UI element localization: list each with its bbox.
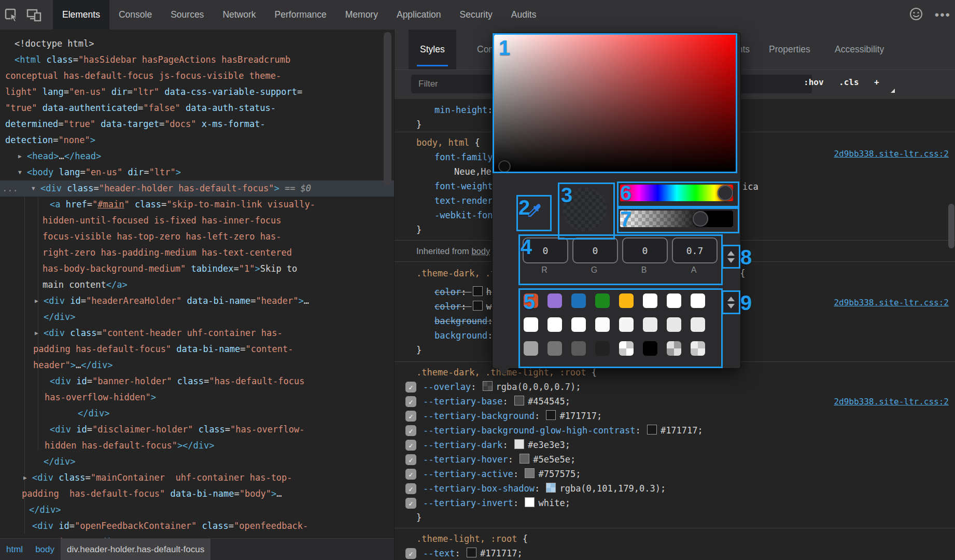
dom-line[interactable]: hidden has-default-focus"></div> — [0, 438, 394, 454]
property-enabled-checkbox[interactable]: ✓ — [405, 483, 416, 494]
saturation-knob[interactable] — [498, 160, 511, 173]
devtools-tab-security[interactable]: Security — [451, 0, 502, 30]
palette-swatch[interactable] — [691, 293, 705, 308]
dom-line[interactable]: header">…</div> — [0, 357, 394, 373]
color-value-swatch[interactable] — [483, 381, 493, 391]
hue-slider[interactable] — [620, 185, 733, 201]
expand-arrow-icon[interactable]: ▶ — [35, 293, 38, 309]
dom-line[interactable]: ▶<div class="content-header uhf-containe… — [0, 325, 394, 341]
css-declaration-row[interactable]: ✓--tertiary-background-glow-high-contras… — [395, 423, 955, 438]
dom-line[interactable]: <div id="disclaimer-holder" class="has-o… — [0, 422, 394, 438]
alpha-knob[interactable] — [693, 211, 708, 227]
devtools-tab-sources[interactable]: Sources — [161, 0, 213, 30]
property-enabled-checkbox[interactable]: ✓ — [405, 454, 416, 465]
dom-line[interactable]: "true" data-authenticated="false" data-a… — [0, 100, 394, 116]
palette-swatch[interactable] — [643, 317, 657, 332]
dom-line[interactable]: has-body-background-medium" tabindex="1"… — [0, 261, 394, 277]
styles-toolbar-button-cls[interactable]: .cls — [839, 77, 859, 87]
dom-line[interactable]: <div id="banner-holder" class="has-defau… — [0, 373, 394, 389]
palette-swatch[interactable] — [595, 317, 610, 332]
more-options-icon[interactable]: ••• — [935, 8, 951, 22]
dom-line[interactable]: focus-visible has-top-zero has-left-zero… — [0, 229, 394, 245]
dom-line[interactable]: </div> — [0, 309, 394, 325]
palette-spinner[interactable] — [722, 290, 740, 314]
palette-swatch[interactable] — [524, 341, 538, 356]
dom-line[interactable]: right-zero has-padding-medium has-text-c… — [0, 245, 394, 261]
palette-swatch[interactable] — [547, 317, 562, 332]
color-value-swatch[interactable] — [525, 497, 535, 507]
rgba-input-g[interactable]: 0 — [572, 237, 618, 263]
dom-line[interactable]: ▶<div id="headerAreaHolder" data-bi-name… — [0, 293, 394, 309]
breadcrumb-item-selected[interactable]: div.header-holder.has-default-focus — [61, 539, 210, 560]
color-value-swatch[interactable] — [473, 301, 483, 311]
styles-toolbar-button-[interactable]: + — [874, 77, 879, 87]
palette-swatch[interactable] — [547, 341, 562, 356]
css-declaration-row[interactable]: ✓--tertiary-dark: #e3e3e3; — [395, 438, 955, 452]
expand-arrow-icon[interactable]: ▶ — [18, 148, 22, 164]
devtools-tab-performance[interactable]: Performance — [265, 0, 336, 30]
palette-swatch[interactable] — [643, 293, 657, 308]
palette-swatch[interactable] — [595, 341, 610, 356]
dom-line[interactable]: light" lang="en-us" dir="ltr" data-css-v… — [0, 84, 394, 100]
device-toolbar-icon[interactable] — [23, 0, 46, 30]
dom-line[interactable]: padding has-default-focus" data-bi-name=… — [0, 341, 394, 357]
color-value-swatch[interactable] — [514, 439, 524, 449]
property-enabled-checkbox[interactable]: ✓ — [405, 469, 416, 480]
inspect-icon[interactable] — [0, 0, 23, 30]
feedback-smiley-icon[interactable] — [909, 7, 923, 23]
devtools-tab-memory[interactable]: Memory — [336, 0, 387, 30]
dom-panel-scrollbar[interactable] — [384, 32, 391, 186]
saturation-brightness-field[interactable] — [494, 35, 736, 172]
property-enabled-checkbox[interactable]: ✓ — [405, 382, 416, 393]
devtools-tab-network[interactable]: Network — [213, 0, 265, 30]
palette-swatch[interactable] — [667, 293, 681, 308]
palette-swatch[interactable] — [595, 293, 610, 308]
dom-line[interactable]: detection="none"> — [0, 132, 394, 148]
dom-line[interactable]: has-overflow-hidden"> — [0, 389, 394, 405]
dom-line[interactable]: ...▼<div class="header-holder has-defaul… — [0, 180, 394, 197]
color-value-swatch[interactable] — [514, 396, 524, 405]
expand-arrow-icon[interactable]: ▶ — [35, 325, 38, 341]
alpha-slider[interactable] — [620, 211, 733, 227]
dom-line[interactable]: container"></div> — [0, 534, 394, 538]
devtools-tab-elements[interactable]: Elements — [53, 0, 109, 30]
property-enabled-checkbox[interactable]: ✓ — [405, 411, 416, 422]
dom-line[interactable]: </div> — [0, 454, 394, 470]
palette-swatch[interactable] — [619, 341, 634, 356]
palette-swatch[interactable] — [691, 341, 705, 356]
dom-line[interactable]: <html class="hasSidebar hasPageActions h… — [0, 52, 394, 68]
css-declaration-row[interactable]: ✓--tertiary-hover: #5e5e5e; — [395, 452, 955, 467]
property-enabled-checkbox[interactable]: ✓ — [405, 396, 416, 407]
property-enabled-checkbox[interactable]: ✓ — [405, 425, 416, 436]
dom-line[interactable]: </div> — [0, 405, 394, 422]
rgba-input-b[interactable]: 0 — [622, 237, 668, 263]
color-value-swatch[interactable] — [473, 286, 483, 296]
palette-swatch[interactable] — [691, 317, 705, 332]
hue-knob[interactable] — [718, 185, 733, 201]
palette-swatch[interactable] — [667, 341, 681, 356]
color-format-spinner[interactable] — [722, 245, 740, 269]
property-enabled-checkbox[interactable]: ✓ — [405, 498, 416, 509]
styles-toolbar-button-hov[interactable]: :hov — [804, 77, 824, 87]
palette-swatch[interactable] — [667, 317, 681, 332]
sidebar-tab-accessibility[interactable]: Accessibility — [835, 30, 884, 69]
palette-swatch[interactable] — [619, 317, 634, 332]
property-enabled-checkbox[interactable]: ✓ — [405, 548, 416, 559]
breadcrumb-item-html[interactable]: html — [0, 539, 29, 560]
devtools-tab-console[interactable]: Console — [109, 0, 161, 30]
palette-swatch[interactable] — [547, 293, 562, 308]
css-declaration-row[interactable]: ✓--text: #171717; — [395, 546, 955, 560]
css-declaration-row[interactable]: ✓--tertiary-invert: white; — [395, 496, 955, 510]
color-value-swatch[interactable] — [525, 468, 535, 478]
rgba-input-a[interactable]: 0.7 — [672, 237, 718, 263]
dom-line[interactable]: <div id="openFeedbackContainer" class="o… — [0, 518, 394, 534]
devtools-tab-audits[interactable]: Audits — [502, 0, 546, 30]
property-enabled-checkbox[interactable]: ✓ — [405, 440, 416, 451]
css-declaration-row[interactable]: ✓--tertiary-active: #757575; — [395, 467, 955, 481]
expand-arrow-icon[interactable]: ▶ — [23, 470, 27, 486]
palette-swatch[interactable] — [571, 341, 586, 356]
css-selector-row[interactable]: .theme-light, :root { — [395, 531, 955, 546]
css-declaration-row[interactable]: ✓--tertiary-box-shadow: rgba(0,101,179,0… — [395, 481, 955, 496]
color-value-swatch[interactable] — [546, 483, 556, 493]
sidebar-tab-properties[interactable]: Properties — [769, 30, 810, 69]
